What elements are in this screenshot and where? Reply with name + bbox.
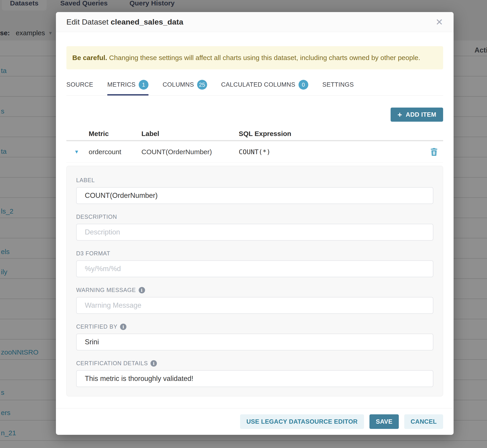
label-field-group: LABEL	[76, 177, 433, 204]
metric-edit-panel: LABEL DESCRIPTION D3 FORMAT WARNING MESS…	[66, 166, 443, 396]
metrics-count-badge: 1	[139, 80, 148, 90]
tab-source[interactable]: SOURCE	[66, 80, 93, 96]
tab-metrics[interactable]: METRICS 1	[107, 80, 148, 96]
close-icon[interactable]: ✕	[435, 17, 443, 27]
warning-message-input[interactable]	[76, 297, 433, 314]
warning-message-field-label: WARNING MESSAGE	[76, 287, 136, 293]
calculated-columns-count-badge: 0	[298, 80, 308, 90]
certified-by-field-group: CERTIFIED BY i	[76, 323, 433, 351]
warning-banner-bold: Be careful.	[72, 54, 107, 61]
use-legacy-datasource-editor-button[interactable]: USE LEGACY DATASOURCE EDITOR	[240, 414, 364, 429]
d3-format-field-label: D3 FORMAT	[76, 250, 433, 257]
metrics-table: Metric Label SQL Expression ▼ ordercount…	[66, 127, 443, 163]
tab-columns[interactable]: COLUMNS 25	[163, 80, 207, 96]
columns-count-badge: 25	[197, 80, 207, 90]
tab-settings[interactable]: SETTINGS	[322, 80, 354, 96]
info-icon[interactable]: i	[120, 324, 126, 330]
metric-sql-expression: COUNT(*)	[239, 148, 425, 156]
certified-by-input[interactable]	[76, 334, 433, 351]
metric-column-header: Metric	[89, 130, 141, 138]
cancel-button[interactable]: CANCEL	[404, 414, 443, 429]
edit-dataset-modal: Edit Dataset cleaned_sales_data ✕ Be car…	[56, 12, 454, 435]
d3-format-field-group: D3 FORMAT	[76, 250, 433, 277]
modal-title-prefix: Edit Dataset	[66, 17, 111, 26]
trash-icon[interactable]	[430, 148, 438, 156]
certification-details-input[interactable]	[76, 370, 433, 387]
d3-format-input[interactable]	[76, 260, 433, 277]
metric-name: ordercount	[89, 148, 141, 156]
label-input[interactable]	[76, 187, 433, 204]
certification-details-field-group: CERTIFICATION DETAILS i	[76, 360, 433, 387]
warning-banner-text: Changing these settings will affect all …	[107, 54, 420, 61]
modal-footer: USE LEGACY DATASOURCE EDITOR SAVE CANCEL	[56, 408, 454, 435]
add-item-row: + ADD ITEM	[66, 108, 443, 122]
warning-banner: Be careful. Changing these settings will…	[66, 46, 443, 69]
modal-body: Be careful. Changing these settings will…	[56, 32, 454, 408]
certified-by-field-label: CERTIFIED BY	[76, 323, 117, 330]
modal-title-dataset-name: cleaned_sales_data	[111, 17, 183, 26]
collapse-caret-icon[interactable]: ▼	[74, 149, 89, 155]
dataset-editor-tabs: SOURCE METRICS 1 COLUMNS 25 CALCULATED C…	[66, 80, 443, 96]
modal-header: Edit Dataset cleaned_sales_data ✕	[56, 12, 454, 32]
description-input[interactable]	[76, 224, 433, 240]
tab-calculated-columns[interactable]: CALCULATED COLUMNS 0	[221, 80, 308, 96]
metric-label: COUNT(OrderNumber)	[141, 148, 239, 156]
info-icon[interactable]: i	[151, 360, 157, 367]
modal-title: Edit Dataset cleaned_sales_data	[66, 17, 183, 26]
label-field-label: LABEL	[76, 177, 433, 184]
plus-icon: +	[397, 111, 402, 119]
description-field-group: DESCRIPTION	[76, 214, 433, 240]
metrics-table-header: Metric Label SQL Expression	[66, 127, 443, 141]
label-column-header: Label	[141, 130, 239, 138]
add-item-button[interactable]: + ADD ITEM	[391, 108, 443, 122]
description-field-label: DESCRIPTION	[76, 214, 433, 220]
certification-details-field-label: CERTIFICATION DETAILS	[76, 360, 148, 367]
info-icon[interactable]: i	[139, 287, 145, 293]
save-button[interactable]: SAVE	[369, 414, 399, 429]
sql-expression-column-header: SQL Expression	[239, 130, 425, 138]
metric-row-ordercount: ▼ ordercount COUNT(OrderNumber) COUNT(*)	[66, 141, 443, 163]
warning-message-field-group: WARNING MESSAGE i	[76, 287, 433, 314]
